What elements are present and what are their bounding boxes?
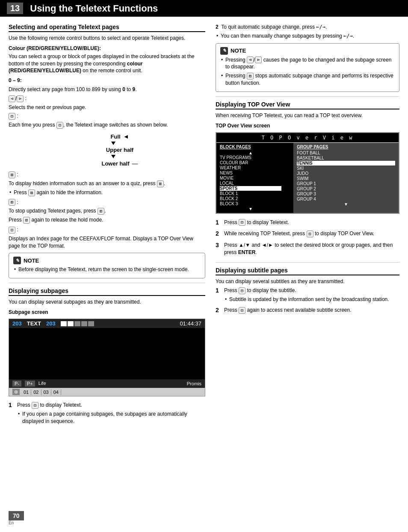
group-item-group4: GROUP 4 (297, 197, 395, 201)
block-item-weather: WEATHER (220, 166, 281, 170)
top-block-column: BLOCK PAGES ▲ TV PROGRAMS COLOUR BAR WEA… (216, 143, 285, 213)
diagram-lower-label: Lower half (101, 160, 129, 167)
footer-num-03: 03 (41, 389, 51, 395)
footer-num-04: 04 (51, 389, 61, 395)
subpage-page1: 203 (12, 320, 22, 327)
group-item-judo: JUDO (297, 171, 395, 176)
group-item-basketball: BASKETBALL (297, 156, 395, 160)
top-step2-text: While receiving TOP Teletext, press ⊡ to… (224, 230, 399, 237)
subpage-text-label: TEXT (27, 320, 41, 327)
section2-title: Displaying subpages (9, 287, 205, 296)
sub-step1-num: 1 (216, 287, 222, 294)
divider-1 (9, 283, 205, 283)
block-item-block3: BLOCK 3 (220, 201, 281, 206)
top-screen-title: TOP Over View screen (216, 123, 399, 129)
note2-item1: Pressing ⊲/⊳ causes the page to be chang… (220, 56, 395, 71)
diagram-arrow1 (111, 141, 115, 146)
step1-num: 1 (9, 402, 15, 408)
subpage-footer: P- P+ Life Promis (9, 379, 205, 388)
subpage-page2: 203 (46, 320, 56, 327)
block-item-local: LOCAL (220, 181, 281, 186)
section1-intro: Use the following remote control buttons… (9, 35, 205, 42)
note-icon-2: ✎ (220, 47, 228, 55)
block-up-arrow: ▲ (220, 151, 281, 155)
top-step-2: 2 While receiving TOP Teletext, press ⊡ … (216, 230, 399, 239)
diagram-full-label: Full (111, 133, 121, 140)
group-item-group3: GROUP 3 (297, 192, 395, 196)
group-item-group2: GROUP 2 (297, 186, 395, 191)
prog-block-1 (61, 321, 67, 326)
diagram-upper-row: Upper half (106, 147, 133, 153)
footer-num-row: ⊕ 01 02 03 04 (9, 388, 205, 396)
block-item-block2: BLOCK 2 (220, 196, 281, 201)
subpage-screen-header: 203 TEXT 203 01:44:37 (9, 319, 205, 328)
top-step1-content: Press ⊟ to display Teletext. (224, 219, 399, 228)
note-icon-1: ✎ (13, 257, 21, 264)
section1-title: Selecting and operating Teletext pages (9, 24, 205, 32)
mix-label: ⊟ : (9, 112, 205, 120)
group-item-swim: SWIM (297, 176, 395, 181)
section3-title: Displaying TOP Over View (216, 101, 399, 109)
subpage-progress (61, 321, 94, 326)
right-column: 2 To quit automatic subpage change, pres… (216, 24, 399, 429)
page-title: Using the Teletext Functions (30, 3, 158, 14)
main-content: Selecting and operating Teletext pages U… (0, 17, 408, 435)
top-step3-content: Press ▲/▼ and ◄/► to select the desired … (224, 242, 399, 258)
diagram-lower-row: Lower half — (101, 160, 138, 167)
subpage-body (9, 328, 205, 379)
top-step2-content: While receiving TOP Teletext, press ⊡ to… (224, 230, 399, 239)
section4-intro: You can display several subtitles as the… (216, 278, 399, 285)
zero-nine-label: 0 – 9: (9, 77, 205, 84)
section3-intro: When receiving TOP Teletext, you can rea… (216, 112, 399, 119)
reveal-text: To display hidden information such as an… (9, 180, 205, 187)
diagram-full-arrow: ◄ (123, 133, 129, 140)
section2-intro: You can display several subpages as they… (9, 299, 205, 306)
step1-content: Press ⊟ to display Teletext. If you open… (17, 402, 205, 426)
top-step1-text: Press ⊟ to display Teletext. (224, 219, 399, 226)
block-item-block1: BLOCK 1 (220, 191, 281, 196)
block-item-sports: SPORTS (220, 186, 281, 191)
subpage-time: 01:44:37 (180, 320, 201, 327)
group-item-ski: SKI (297, 166, 395, 171)
sub-step1-text: Press ⊟ to display the subtitle. (224, 287, 399, 294)
diagram-full-row: Full ◄ (111, 133, 129, 140)
hold-text1: To stop updating Teletext pages, press ⊞… (9, 207, 205, 215)
group-col-header: GROUP PAGES (297, 145, 395, 149)
prog-block-5 (88, 321, 94, 326)
step-1: 1 Press ⊟ to display Teletext. If you op… (9, 402, 205, 426)
note-label-1: NOTE (24, 257, 39, 264)
top-step-3: 3 Press ▲/▼ and ◄/► to select the desire… (216, 242, 399, 258)
top-step2-num: 2 (216, 230, 222, 237)
diagram-lower-dash: — (132, 160, 138, 167)
subpage-screen: 203 TEXT 203 01:44:37 P- P (9, 319, 205, 396)
divider-2 (216, 96, 399, 97)
sub-step2-num: 2 (216, 307, 222, 313)
sub-step1-bullet: Subtitle is updated by the information s… (224, 296, 399, 303)
group-item-group1: GROUP 1 (297, 181, 395, 186)
header-bar: 13 Using the Teletext Functions (0, 0, 408, 17)
colour-title: Colour (RED/GREEN/YELLOW/BLUE): (9, 45, 205, 51)
top-screen-body: BLOCK PAGES ▲ TV PROGRAMS COLOUR BAR WEA… (216, 143, 399, 213)
footer-num-02: 02 (31, 389, 41, 395)
step1-text: Press ⊟ to display Teletext. (17, 402, 205, 409)
block-item-tvprograms: TV PROGRAMS (220, 155, 281, 160)
block-item-movie: MOVIE (220, 176, 281, 180)
hold-text2: Press ⊞ again to release the hold mode. (9, 216, 205, 224)
group-down-arrow: ▼ (297, 202, 395, 207)
diagram-area: Full ◄ Upper half Lower half — (34, 132, 205, 168)
diagram-upper-label: Upper half (106, 147, 133, 153)
block-item-colourbar: COLOUR BAR (220, 160, 281, 165)
top-step3-text: Press ▲/▼ and ◄/► to select the desired … (224, 242, 399, 256)
left-column: Selecting and operating Teletext pages U… (9, 24, 205, 429)
prev-next-text: Selects the next or previous page. (9, 104, 205, 111)
top-screen-header: T O P O v e r V i e w (216, 133, 399, 143)
footer-life: Life (38, 381, 46, 387)
step2-text: 2 To quit automatic subpage change, pres… (216, 24, 399, 31)
subpage-left: 203 TEXT 203 (12, 320, 94, 327)
subtitle-steps: 1 Press ⊟ to display the subtitle. Subti… (216, 287, 399, 316)
mix-text: Each time you press ⊟, the Teletext imag… (9, 121, 205, 129)
top-group-column: GROUP PAGES FOOT BALL BASKETBALL TENNIS … (293, 143, 399, 213)
block-down-arrow: ▼ (220, 207, 281, 211)
step2-bullet: You can then manually change subpages by… (216, 33, 399, 40)
sub-step2-content: Press ⊟ again to access next available s… (224, 307, 399, 316)
